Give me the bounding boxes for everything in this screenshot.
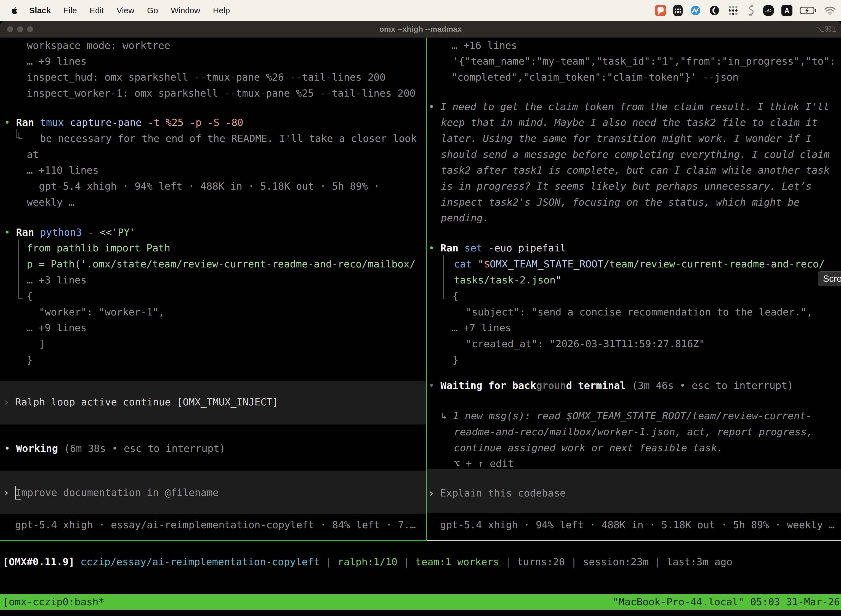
working-status-line: • Working (6m 38s • esc to interrupt) (4, 441, 226, 455)
text-segment: … +110 lines (27, 164, 98, 176)
text-segment: is in progress? It seems likely but perh… (441, 180, 812, 192)
text-segment: I need to get the claim token from the c… (440, 101, 829, 112)
command-output-line: gpt-5.4 xhigh · 94% left · 488K in · 5.1… (39, 179, 379, 193)
text-segment: ⌥ + ↑ edit (454, 458, 514, 469)
text-segment: gpt-5.4 xhigh · essay/ai-reimplementatio… (15, 519, 416, 531)
text-segment: { (27, 290, 33, 302)
text-segment: "created_at": "2026-03-31T11:59:27.816Z" (466, 338, 705, 349)
code-block-bracket (443, 255, 448, 299)
window-title-bar: omx --xhigh --madmax ⌥⌘1 (0, 21, 841, 38)
text-segment: } (27, 354, 33, 365)
menu-edit[interactable]: Edit (90, 6, 104, 15)
menu-window[interactable]: Window (171, 6, 200, 15)
tmux-session-window: [omx-cczip0:bash* (3, 594, 104, 610)
text-segment: $ (484, 258, 490, 270)
text-segment: • (428, 101, 440, 112)
text-segment: be necessary for the end of the README. … (22, 133, 417, 144)
team-workers: team:1 workers (416, 556, 499, 568)
input-source-icon[interactable]: A (781, 5, 793, 16)
text-segment: cat (454, 258, 478, 270)
status-segment (75, 556, 81, 568)
menu-bar: SlackFileEditViewGoWindowHelp ..61A (0, 0, 841, 21)
text-segment: inspect task2's JSON, focusing on the st… (441, 197, 800, 208)
text-segment: '{"team_name":"my-team","task_id":"1","f… (453, 56, 835, 67)
terminal-content: workspace_mode: worktree… +9 linesinspec… (0, 0, 841, 616)
status-tray: ..61A (655, 4, 841, 16)
wifi-icon[interactable] (824, 6, 836, 15)
text-segment: python3 (40, 227, 88, 238)
turns-count: turns:20 (517, 556, 565, 568)
text-segment: › (428, 487, 440, 499)
battery-icon[interactable] (800, 6, 817, 15)
text-segment: weekly … (27, 197, 75, 208)
thinking-line: should send a message before completing … (441, 148, 830, 161)
text-segment: ] (39, 338, 45, 349)
menu-help[interactable]: Help (213, 6, 230, 15)
text-segment: ↳ (441, 410, 453, 421)
mailbox-message-line: continue assigned work or next feasible … (454, 441, 723, 455)
moon-icon[interactable] (709, 5, 720, 16)
squiggle-icon[interactable] (746, 4, 756, 16)
text-segment: • (428, 380, 440, 391)
menu-file[interactable]: File (63, 6, 77, 15)
code-line: tasks/task-2.json" (454, 273, 561, 287)
thinking-line: keep that in mind. Maybe I also need the… (441, 116, 818, 129)
shield-grid-icon[interactable] (673, 5, 683, 16)
text-segment: keep that in mind. Maybe I also need the… (441, 117, 818, 128)
chat-app-icon[interactable] (655, 5, 666, 16)
code-line: from pathlib import Path (27, 241, 170, 255)
percent-badge-icon[interactable]: ..61 (763, 5, 774, 16)
text-segment: … +9 lines (27, 56, 86, 67)
project-path: cczip/essay/ai-reimplementation-copyleft (81, 556, 320, 568)
thinking-line: is in progress? It seems likely but perh… (441, 179, 812, 193)
text-segment: I (15, 486, 21, 500)
text-segment: " (478, 258, 484, 270)
dots-grid-icon[interactable] (727, 5, 739, 16)
prompt-input-left[interactable]: › Improve documentation in @filename (3, 486, 218, 500)
left-pane-bottom-border (0, 540, 427, 541)
text-segment: Ran (16, 227, 40, 238)
text-segment: 1 new msg(s): read $OMX_TEAM_STATE_ROOT/… (453, 410, 812, 421)
apple-menu-icon[interactable] (10, 6, 20, 15)
command-output-line: ] (39, 337, 45, 351)
text-segment: tmux (40, 117, 70, 128)
ran-command-line: • Ran tmux capture-pane -t %25 -p -S -80 (4, 116, 243, 129)
text-segment: gpt-5.4 xhigh · 94% left · 488K in · 5.1… (39, 180, 379, 192)
prompt-input-right[interactable]: › Explain this codebase (428, 486, 566, 500)
text-segment: set (464, 242, 488, 254)
collapsed-lines-indicator: … +7 lines (451, 321, 511, 335)
mailbox-message-line: ↳ 1 new msg(s): read $OMX_TEAM_STATE_ROO… (441, 409, 812, 423)
text-segment: % (166, 117, 171, 128)
text-segment: -p -S -80 (183, 117, 243, 128)
ralph-loop-status: › Ralph loop active continue [OMX_TMUX_I… (3, 395, 278, 409)
thinking-line: inspect task2's JSON, focusing on the st… (441, 195, 800, 209)
text-segment: Working (16, 443, 58, 454)
text-segment: (6m 38s • esc to interrupt) (58, 443, 226, 454)
terminal-output-line: inspect_worker-1: omx sparkshell --tmux-… (27, 87, 416, 100)
menu-slack[interactable]: Slack (29, 6, 51, 15)
text-segment: groun (536, 380, 566, 391)
menu-view[interactable]: View (116, 6, 134, 15)
text-segment: inspect_hud: omx sparkshell --tmux-pane … (27, 72, 385, 83)
tmux-status-bar[interactable]: [omx-cczip0:bash* "MacBook-Pro-44.local"… (0, 594, 841, 610)
crystal-icon[interactable] (690, 5, 701, 16)
text-segment: d terminal (566, 380, 626, 391)
status-segment: | (565, 556, 583, 568)
text-segment: … +16 lines (451, 40, 517, 51)
menu-go[interactable]: Go (147, 6, 158, 15)
text-segment: (3m 46s • esc to interrupt) (626, 380, 793, 391)
text-segment: • (4, 227, 16, 238)
pane-status-summary: gpt-5.4 xhigh · 94% left · 488K in · 5.1… (440, 518, 835, 532)
thinking-line: later. Using the same for transition mig… (441, 132, 812, 145)
code-line: p = Path('.omx/state/team/review-current… (27, 257, 416, 271)
menu-items: SlackFileEditViewGoWindowHelp (29, 6, 230, 15)
status-segment: | (499, 556, 517, 568)
text-segment: Waiting for back (440, 380, 536, 391)
terminal-output-line: "completed","claim_token":"claim-token"}… (451, 70, 738, 84)
window-shortcut: ⌥⌘1 (816, 25, 836, 34)
pane-divider (426, 38, 427, 540)
text-segment: • (4, 443, 16, 454)
text-segment: continue assigned work or next feasible … (454, 442, 723, 453)
text-segment: "worker": "worker-1", (39, 307, 164, 318)
collapsed-lines-indicator: … +110 lines (27, 163, 98, 177)
